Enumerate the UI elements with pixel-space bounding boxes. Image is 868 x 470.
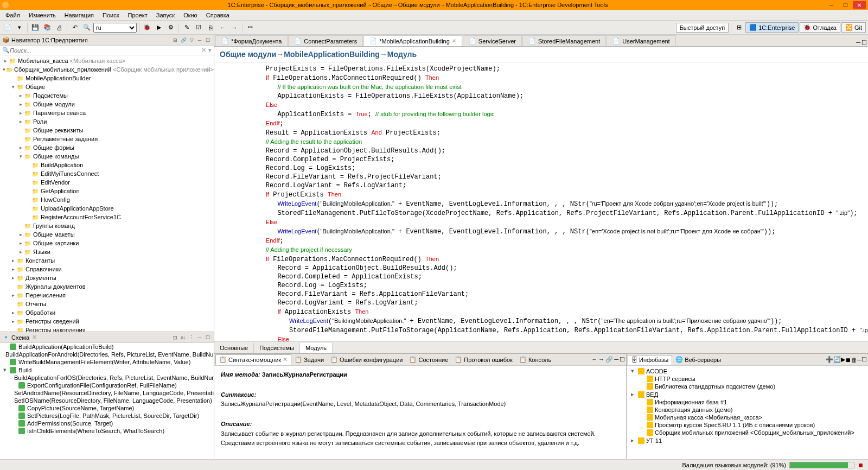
menu-Изменить[interactable]: Изменить (24, 11, 60, 20)
menu-Навигация[interactable]: Навигация (60, 11, 98, 20)
tree-item[interactable]: 📁EditVendor (0, 178, 214, 187)
link-editor-icon[interactable]: 🔗 (180, 36, 187, 44)
minimize-icon[interactable]: ─ (196, 36, 203, 44)
editor-tab[interactable]: 📄UserManagement (607, 35, 675, 46)
schema-item[interactable]: WriteBuildManagementFileElement(Writer, … (0, 358, 214, 366)
bt-min-icon[interactable]: ─ (614, 356, 618, 363)
editor-tab[interactable]: 📄*MobileApplicationBuilding✕ (363, 35, 462, 46)
clear-search-icon[interactable]: ✕ (201, 47, 206, 54)
infobase-item[interactable]: Библиотека стандартных подсистем (демо) (628, 383, 867, 390)
schema-item[interactable]: BuildApplicationForAndroid(Directories, … (0, 351, 214, 358)
schema-item[interactable]: AddPermissions(Source, Target) (0, 420, 214, 427)
tree-item[interactable]: 📁Общие реквизиты (0, 126, 214, 135)
tree-item[interactable]: 📁MobileApplicationBuilder (0, 74, 214, 82)
ib-new-icon[interactable]: ➕ (826, 356, 833, 363)
tree-item[interactable]: ▸📁Роли (0, 117, 214, 126)
tree-item[interactable]: 📁GetApplication (0, 187, 214, 195)
perspective-debug[interactable]: 🐞Отладка (800, 22, 840, 33)
task-button[interactable]: ☑ (193, 22, 204, 33)
schema-az-icon[interactable]: a↓ (180, 334, 187, 341)
tree-item[interactable]: ▸📁Регистры сведений (0, 317, 214, 326)
tree-item[interactable]: ▾📁Общие (0, 82, 214, 91)
tree-item[interactable]: ▸📁Константы (0, 256, 214, 265)
help-button[interactable]: ✏ (245, 22, 256, 33)
schema-item[interactable]: CopyPicture(SourceName, TargetName) (0, 404, 214, 412)
tree-item[interactable]: 📁Регистры накопления (0, 326, 214, 332)
infobase-item[interactable]: Сборщик мобильных приложений <Сборщик_мо… (628, 429, 867, 436)
run-button[interactable]: ▶ (154, 22, 164, 33)
perspective-git[interactable]: 🔀Git (841, 22, 866, 33)
undo-button[interactable]: ↶ (69, 22, 80, 33)
minimize-button[interactable]: ─ (825, 1, 838, 9)
schema-max-icon[interactable]: ☐ (204, 334, 212, 341)
sub-tab-Подсистемы[interactable]: Подсистемы (254, 343, 300, 353)
schema-item[interactable]: SetPictures(LogFile, PathMask, PictureLi… (0, 412, 214, 420)
bottom-tab[interactable]: 📋Синтакс-помощник ✕ (215, 354, 291, 365)
status-stop-icon[interactable]: ⏹ (858, 462, 864, 468)
tree-item[interactable]: 📁RegisterAccountForService1C (0, 213, 214, 221)
infobase-item[interactable]: HTTP сервисы (628, 375, 867, 383)
nav-back-button[interactable]: ← (217, 22, 228, 33)
bt-link-icon[interactable]: 🔗 (605, 356, 613, 363)
tree-item[interactable]: ▾📁Общие команды (0, 152, 214, 161)
infobase-item[interactable]: ▾ACODE (628, 367, 867, 375)
tree-item[interactable]: 📁Отчеты (0, 300, 214, 308)
tree-item[interactable]: ▸📁Перечисления (0, 291, 214, 300)
tree-item[interactable]: ▸📁Общие модули (0, 100, 214, 109)
schema-item[interactable]: BuildApplicationForIOS(Directories, Refs… (0, 374, 214, 382)
ib-del-icon[interactable]: 🗑 (851, 357, 857, 363)
schema-item[interactable]: IsInChildElements(WhereToSearch, WhatToS… (0, 427, 214, 435)
perspective-1c[interactable]: 🟦1C:Enterprise (745, 22, 799, 33)
editor-tab[interactable]: 📄StoredFileManagement (522, 35, 606, 46)
tree-item[interactable]: ▸📁Языки (0, 247, 214, 256)
tree-item[interactable]: ▸📁Общие формы (0, 143, 214, 152)
infobase-item[interactable]: ▸УТ 11 (628, 436, 867, 444)
menu-Поиск[interactable]: Поиск (98, 11, 123, 20)
ib-refresh-icon[interactable]: 🔄 (833, 356, 841, 363)
close-button[interactable]: ✕ (853, 1, 866, 9)
filter-button[interactable]: ⎘ (205, 22, 216, 33)
tree-item[interactable]: ▸📁Подсистемы (0, 91, 214, 100)
bottom-tab[interactable]: 📋Консоль (516, 355, 554, 364)
infobase-item[interactable]: Просмотр курсов Spec8.RU 1.1 (ИБ с описа… (628, 421, 867, 429)
menu-Запуск[interactable]: Запуск (152, 11, 179, 20)
tree-item[interactable]: 📁Группы команд (0, 221, 214, 230)
ib-run-icon[interactable]: ▶ (841, 356, 845, 363)
collapse-all-icon[interactable]: ⊟ (171, 36, 179, 44)
tree-item[interactable]: ▸📁Обработки (0, 308, 214, 317)
search-dropdown-icon[interactable]: ▾ (208, 47, 212, 54)
maximize-button[interactable]: ☐ (839, 1, 852, 9)
ib-min-icon[interactable]: ─ (857, 357, 861, 363)
language-select[interactable]: ru (93, 23, 137, 33)
bottom-tab[interactable]: 📋Состояние (406, 355, 451, 364)
tree-item[interactable]: 📁EditMyiTunesConnect (0, 169, 214, 178)
infobase-item[interactable]: Мобильная касса <Мобильная_касса> (628, 414, 867, 421)
maximize-icon[interactable]: ☐ (204, 36, 212, 44)
schema-sort-icon[interactable]: ⊡ (171, 334, 179, 341)
sub-tab-Основные[interactable]: Основные (214, 343, 254, 353)
search-input[interactable] (10, 47, 201, 54)
schema-item[interactable]: SetIOSName(ResourceDirectory, FileName, … (0, 397, 214, 404)
bottom-tab[interactable]: 📋Протокол ошибок (451, 355, 516, 364)
schema-item[interactable]: SetAndroidName(ResourceDirectory, FileNa… (0, 389, 214, 397)
menu-Файл[interactable]: Файл (1, 11, 24, 20)
infobase-item[interactable]: Информационная база #1 (628, 398, 867, 406)
tree-item[interactable]: ▸📁Общие макеты (0, 230, 214, 239)
schema-item[interactable]: ▾Build (0, 366, 214, 374)
menu-Справка[interactable]: Справка (202, 11, 234, 20)
editor-tab[interactable]: 📄ConnectParameters (288, 35, 363, 46)
tree-item[interactable]: ▸📁Справочники (0, 265, 214, 274)
ib-stop-icon[interactable]: ⏹ (845, 357, 851, 363)
ib-max-icon[interactable]: ☐ (861, 356, 867, 363)
schema-item[interactable]: ExportConfigurationFile(ConfigurationRef… (0, 382, 214, 389)
bt-max-icon[interactable]: ☐ (620, 356, 625, 363)
debug-button[interactable]: 🐞 (142, 22, 152, 33)
search-button[interactable]: 🔍 (81, 22, 92, 33)
tree-item[interactable]: ▸📁Документы (0, 274, 214, 282)
sub-tab-Модуль[interactable]: Модуль (300, 343, 333, 353)
new-button[interactable]: 📄 (2, 22, 13, 33)
tabs-max-icon[interactable]: ☐ (861, 39, 867, 46)
tab-webservers[interactable]: 🌐 Веб-серверы (672, 355, 724, 364)
tree-item[interactable]: ▾📁Сборщик_мобильных_приложений <Сборщик … (0, 65, 214, 74)
quick-access-field[interactable]: Быстрый доступ (676, 23, 729, 33)
